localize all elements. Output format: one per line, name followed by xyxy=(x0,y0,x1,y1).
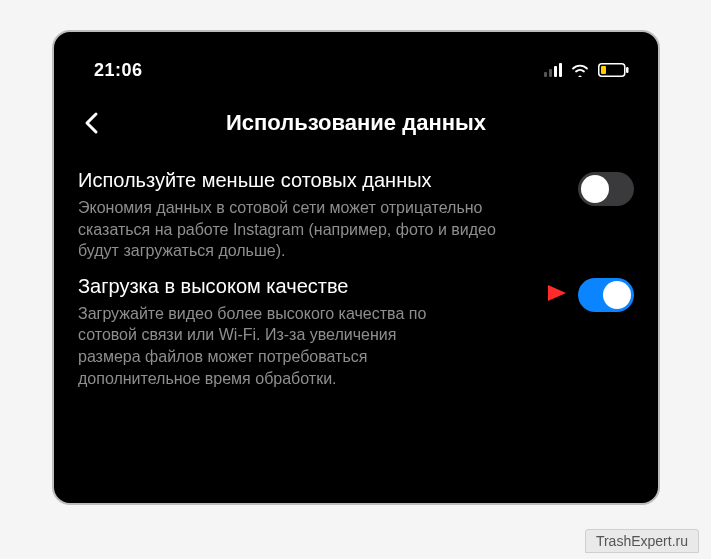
annotation-arrow-icon xyxy=(478,283,568,307)
toggle-high-quality-upload[interactable] xyxy=(578,278,634,312)
status-bar: 21:06 xyxy=(54,32,658,88)
toggle-use-less-cellular[interactable] xyxy=(578,172,634,206)
page-title: Использование данных xyxy=(226,110,486,136)
phone-frame: 21:06 Исп xyxy=(52,30,660,505)
setting-description: Загружайте видео более высокого качества… xyxy=(78,303,462,389)
cellular-signal-icon xyxy=(544,63,562,77)
back-button[interactable] xyxy=(80,111,104,135)
setting-title: Используйте меньше сотовых данных xyxy=(78,168,562,193)
watermark: TrashExpert.ru xyxy=(585,529,699,553)
nav-header: Использование данных xyxy=(54,88,658,158)
setting-use-less-cellular: Используйте меньше сотовых данных Эконом… xyxy=(78,160,634,266)
status-indicators xyxy=(544,63,630,77)
status-time: 21:06 xyxy=(94,60,143,81)
battery-low-icon xyxy=(598,63,630,77)
setting-title: Загрузка в высоком качестве xyxy=(78,274,462,299)
settings-list: Используйте меньше сотовых данных Эконом… xyxy=(54,158,658,393)
svg-rect-1 xyxy=(601,66,606,74)
svg-marker-4 xyxy=(548,285,566,301)
setting-description: Экономия данных в сотовой сети может отр… xyxy=(78,197,498,262)
setting-high-quality-upload: Загрузка в высоком качестве Загружайте в… xyxy=(78,266,634,393)
svg-rect-2 xyxy=(626,67,629,73)
wifi-icon xyxy=(570,63,590,77)
